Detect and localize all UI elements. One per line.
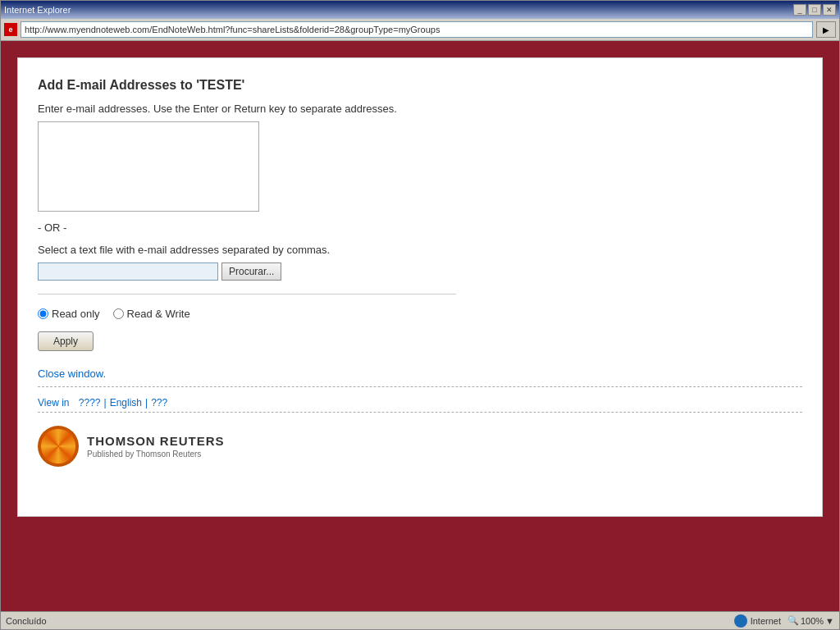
brand-logo-inner [41, 429, 75, 463]
title-bar-title: Internet Explorer [4, 5, 71, 15]
maximize-button[interactable]: □ [808, 4, 821, 16]
go-button[interactable]: ▶ [816, 21, 836, 38]
status-right: Internet 🔍 100% ▼ [734, 614, 834, 628]
instruction-text: Enter e-mail addresses. Use the Enter or… [38, 103, 802, 115]
email-textarea[interactable] [38, 121, 259, 212]
zoom-level: 100% [801, 616, 824, 626]
view-in-label: View in [38, 397, 69, 409]
zoom-icon: 🔍 [788, 615, 799, 626]
file-select-row: Procurar... [38, 262, 802, 281]
page-title: Add E-mail Addresses to 'TESTE' [38, 78, 802, 93]
or-separator: - OR - [38, 221, 802, 234]
read-only-option[interactable]: Read only [38, 308, 100, 320]
address-bar: e ▶ [1, 19, 839, 41]
zoom-dropdown-icon[interactable]: ▼ [825, 616, 834, 626]
lang-separator-2: | [145, 397, 148, 409]
browser-icon: e [4, 23, 17, 36]
footer-area: View in ???? | English | ??? THOMSON REU… [38, 386, 802, 480]
footer-brand: THOMSON REUTERS Published by Thomson Reu… [38, 413, 802, 473]
status-bar: Concluído Internet 🔍 100% ▼ [1, 611, 839, 629]
footer-lang-row: View in ???? | English | ??? [38, 394, 802, 413]
read-only-radio[interactable] [38, 308, 48, 319]
radio-group: Read only Read & Write [38, 308, 802, 320]
divider [38, 294, 456, 294]
close-window-link[interactable]: Close window. [38, 368, 106, 380]
internet-zone: Internet [734, 614, 781, 628]
content-area: Add E-mail Addresses to 'TESTE' Enter e-… [1, 41, 839, 611]
title-bar-controls: _ □ ✕ [793, 4, 836, 16]
lang-separator-1: | [104, 397, 107, 409]
minimize-button[interactable]: _ [793, 4, 806, 16]
globe-icon [734, 614, 747, 628]
title-bar: Internet Explorer _ □ ✕ [1, 1, 839, 19]
main-panel: Add E-mail Addresses to 'TESTE' Enter e-… [17, 57, 823, 517]
zoom-control[interactable]: 🔍 100% ▼ [788, 615, 834, 626]
lang-option-1[interactable]: ???? [79, 397, 101, 409]
address-input[interactable] [21, 21, 813, 38]
close-button[interactable]: ✕ [823, 4, 836, 16]
lang-option-3[interactable]: ??? [151, 397, 167, 409]
read-write-radio[interactable] [113, 308, 124, 319]
brand-logo [38, 426, 79, 467]
read-write-option[interactable]: Read & Write [113, 308, 190, 320]
status-left: Concluído [6, 616, 47, 626]
browse-button[interactable]: Procurar... [221, 262, 281, 281]
status-text: Concluído [6, 616, 47, 626]
read-only-label: Read only [52, 308, 100, 320]
zone-label: Internet [751, 616, 781, 626]
browser-window: Internet Explorer _ □ ✕ e ▶ Add E-mail A… [0, 0, 840, 630]
brand-name: THOMSON REUTERS [87, 434, 225, 448]
brand-text-group: THOMSON REUTERS Published by Thomson Reu… [87, 434, 225, 459]
lang-option-english[interactable]: English [110, 397, 142, 409]
file-input-box[interactable] [38, 262, 218, 281]
read-write-label: Read & Write [127, 308, 190, 320]
apply-button[interactable]: Apply [38, 331, 94, 351]
brand-tagline: Published by Thomson Reuters [87, 450, 225, 459]
file-select-instruction: Select a text file with e-mail addresses… [38, 244, 802, 256]
